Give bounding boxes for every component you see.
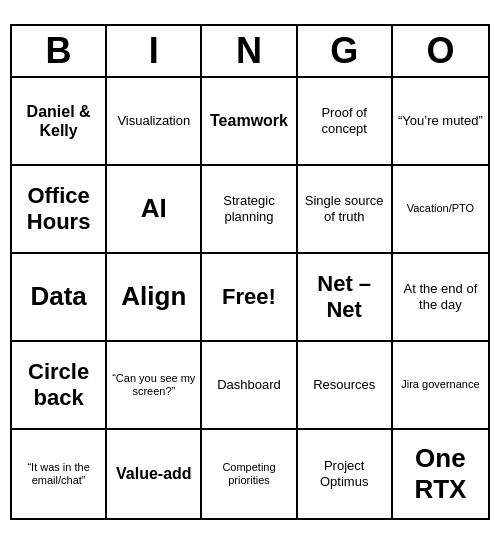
bingo-cell-19[interactable]: Jira governance xyxy=(393,342,488,430)
bingo-letter-g: G xyxy=(298,26,393,76)
bingo-grid: Daniel & KellyVisualizationTeamworkProof… xyxy=(12,78,488,518)
bingo-cell-14[interactable]: At the end of the day xyxy=(393,254,488,342)
cell-text-4: “You’re muted” xyxy=(398,113,483,129)
bingo-cell-15[interactable]: Circle back xyxy=(12,342,107,430)
bingo-cell-11[interactable]: Align xyxy=(107,254,202,342)
cell-text-22: Competing priorities xyxy=(206,461,291,487)
cell-text-16: “Can you see my screen?” xyxy=(111,372,196,398)
bingo-cell-13[interactable]: Net – Net xyxy=(298,254,393,342)
bingo-cell-23[interactable]: Project Optimus xyxy=(298,430,393,518)
bingo-cell-3[interactable]: Proof of concept xyxy=(298,78,393,166)
bingo-letter-b: B xyxy=(12,26,107,76)
bingo-cell-6[interactable]: AI xyxy=(107,166,202,254)
bingo-cell-9[interactable]: Vacation/PTO xyxy=(393,166,488,254)
bingo-cell-4[interactable]: “You’re muted” xyxy=(393,78,488,166)
bingo-cell-8[interactable]: Single source of truth xyxy=(298,166,393,254)
bingo-cell-16[interactable]: “Can you see my screen?” xyxy=(107,342,202,430)
cell-text-19: Jira governance xyxy=(401,378,479,391)
cell-text-11: Align xyxy=(121,281,186,312)
cell-text-0: Daniel & Kelly xyxy=(16,102,101,140)
cell-text-23: Project Optimus xyxy=(302,458,387,489)
bingo-cell-10[interactable]: Data xyxy=(12,254,107,342)
bingo-letter-o: O xyxy=(393,26,488,76)
cell-text-12: Free! xyxy=(222,284,276,310)
bingo-cell-24[interactable]: One RTX xyxy=(393,430,488,518)
bingo-cell-2[interactable]: Teamwork xyxy=(202,78,297,166)
cell-text-6: AI xyxy=(141,193,167,224)
bingo-cell-7[interactable]: Strategic planning xyxy=(202,166,297,254)
cell-text-24: One RTX xyxy=(397,443,484,505)
cell-text-5: Office Hours xyxy=(16,183,101,236)
bingo-cell-1[interactable]: Visualization xyxy=(107,78,202,166)
bingo-cell-0[interactable]: Daniel & Kelly xyxy=(12,78,107,166)
cell-text-18: Resources xyxy=(313,377,375,393)
cell-text-20: “It was in the email/chat” xyxy=(16,461,101,487)
cell-text-2: Teamwork xyxy=(210,111,288,130)
bingo-cell-17[interactable]: Dashboard xyxy=(202,342,297,430)
cell-text-15: Circle back xyxy=(16,359,101,412)
cell-text-17: Dashboard xyxy=(217,377,281,393)
cell-text-1: Visualization xyxy=(117,113,190,129)
bingo-cell-18[interactable]: Resources xyxy=(298,342,393,430)
cell-text-3: Proof of concept xyxy=(302,105,387,136)
bingo-letter-n: N xyxy=(202,26,297,76)
cell-text-10: Data xyxy=(30,281,86,312)
bingo-cell-20[interactable]: “It was in the email/chat” xyxy=(12,430,107,518)
bingo-cell-21[interactable]: Value-add xyxy=(107,430,202,518)
bingo-cell-22[interactable]: Competing priorities xyxy=(202,430,297,518)
bingo-card: BINGO Daniel & KellyVisualizationTeamwor… xyxy=(10,24,490,520)
cell-text-8: Single source of truth xyxy=(302,193,387,224)
bingo-header: BINGO xyxy=(12,26,488,78)
bingo-cell-5[interactable]: Office Hours xyxy=(12,166,107,254)
cell-text-7: Strategic planning xyxy=(206,193,291,224)
cell-text-21: Value-add xyxy=(116,464,192,483)
cell-text-13: Net – Net xyxy=(302,271,387,324)
bingo-cell-12[interactable]: Free! xyxy=(202,254,297,342)
bingo-letter-i: I xyxy=(107,26,202,76)
cell-text-14: At the end of the day xyxy=(397,281,484,312)
cell-text-9: Vacation/PTO xyxy=(407,202,474,215)
